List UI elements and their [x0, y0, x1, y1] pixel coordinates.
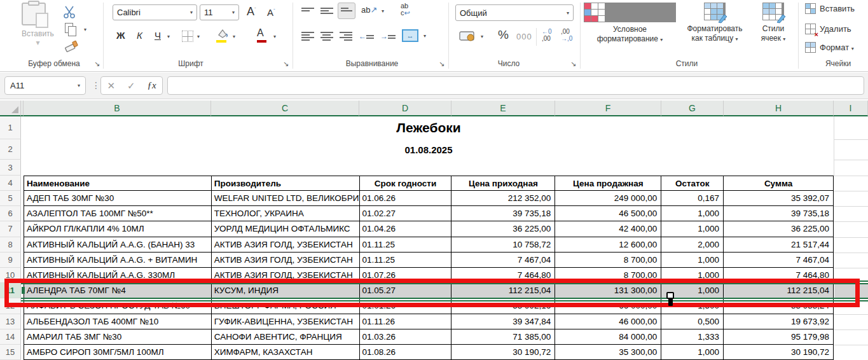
column-header-I[interactable]: I	[834, 100, 868, 116]
alignment-dialog-launcher-icon[interactable]: ↘	[439, 60, 444, 68]
align-left-button[interactable]	[301, 31, 314, 42]
row-header-1[interactable]: 1	[0, 116, 21, 139]
merge-center-button[interactable]: ↔	[402, 29, 418, 42]
table-header-cell[interactable]: Производитель	[212, 176, 360, 191]
bold-button[interactable]: Ж	[116, 30, 125, 41]
cell[interactable]: ГУФИК-АВИЦЕННА, УЗБЕКИСТАН	[212, 314, 360, 329]
row-header-13[interactable]: 13	[0, 314, 21, 329]
accounting-format-button[interactable]	[459, 31, 476, 42]
orientation-chevron-icon[interactable]: ▾	[382, 8, 384, 14]
row-header-6[interactable]: 6	[0, 206, 21, 221]
column-header-G[interactable]: G	[661, 100, 724, 116]
column-header-F[interactable]: F	[555, 100, 661, 116]
cell[interactable]: 95 179,98	[724, 329, 834, 345]
cell[interactable]: 01.06.26	[360, 191, 452, 206]
orientation-button[interactable]: ab↗	[361, 5, 377, 15]
table-row[interactable]: АМАРИЛ ТАБ 3МГ №30САНОФИ АВЕНТИС, ФРАНЦИ…	[24, 329, 834, 345]
increase-indent-button[interactable]: →	[380, 32, 396, 41]
insert-function-button[interactable]: ƒx	[147, 80, 156, 91]
align-right-button[interactable]	[340, 31, 352, 42]
cell[interactable]: САНОФИ АВЕНТИС, ФРАНЦИЯ	[212, 329, 360, 345]
column-header-H[interactable]: H	[724, 100, 834, 116]
cell[interactable]: 01.11.25	[360, 237, 452, 253]
cell[interactable]: 01.04.26	[360, 221, 452, 237]
table-row[interactable]: АКТИВНЫЙ КАЛЬЦИЙ A.A.G. + ВИТАМИНАКТИВ А…	[24, 253, 834, 268]
row-header-14[interactable]: 14	[0, 329, 21, 345]
grow-font-button[interactable]: Aˆ	[247, 5, 256, 18]
cell[interactable]: АКТИВНЫЙ КАЛЬЦИЙ A.A.G. (БАНАН) 33	[24, 237, 212, 253]
cell[interactable]: 249 000,00	[555, 191, 661, 206]
cell[interactable]: 01.11.25	[360, 253, 452, 268]
cell[interactable]: 46 000,00	[555, 314, 661, 329]
number-format-combobox[interactable]: Общий▾	[455, 4, 574, 21]
cell[interactable]: АМАРИЛ ТАБ 3МГ №30	[24, 329, 212, 345]
table-header-cell[interactable]: Цена приходная	[451, 176, 555, 191]
fill-color-button[interactable]	[216, 29, 229, 43]
underline-button[interactable]: Ч	[155, 30, 161, 41]
cell[interactable]: 7 467,04	[451, 253, 555, 268]
row-header-3[interactable]: 3	[0, 160, 21, 176]
cell[interactable]: 1,000	[661, 221, 724, 237]
cell[interactable]: 8 700,00	[555, 253, 661, 268]
cancel-button[interactable]: ✕	[107, 80, 115, 92]
merge-chevron-icon[interactable]: ▾	[424, 33, 426, 39]
conditional-formatting-button[interactable]: Условноеформатирование ▾	[584, 1, 676, 45]
cell[interactable]: 7 467,04	[724, 253, 834, 268]
cell[interactable]: 1,333	[661, 329, 724, 345]
number-dialog-launcher-icon[interactable]: ↘	[570, 60, 576, 68]
align-top-button[interactable]	[301, 6, 314, 15]
font-color-button[interactable]: A	[257, 27, 268, 43]
table-header-cell[interactable]: Цена продажная	[555, 176, 661, 191]
cell[interactable]: 35 392,07	[724, 191, 834, 206]
cut-button[interactable]	[62, 5, 76, 19]
row-header-4[interactable]: 4	[0, 176, 21, 191]
cell[interactable]: АДЕП ТАБ 30МГ №30	[24, 191, 212, 206]
format-cells-button[interactable]: Формат ▾	[805, 42, 854, 53]
cell[interactable]: 01.02.27	[360, 206, 452, 221]
row-header-5[interactable]: 5	[0, 191, 21, 206]
cell[interactable]: ХИМФАРМ, КАЗАХСТАН	[212, 345, 360, 360]
cell[interactable]: АЗАЛЕПТОЛ ТАБ 100МГ №50**	[24, 206, 212, 221]
underline-chevron-icon[interactable]: ▾	[167, 34, 170, 39]
cell[interactable]: 1,000	[661, 206, 724, 221]
cell[interactable]: АКТИВНЫЙ КАЛЬЦИЙ A.A.G. + ВИТАМИН	[24, 253, 212, 268]
name-box[interactable]: A11 ▾	[4, 76, 86, 95]
sheet-title-cell[interactable]: Лежебоки	[24, 116, 834, 139]
insert-cells-button[interactable]: Вставить	[805, 3, 855, 14]
select-all-button[interactable]	[0, 100, 21, 116]
cell[interactable]: 01.11.26	[360, 314, 452, 329]
decrease-decimal-button[interactable]: ,00→,0	[561, 28, 572, 42]
cell[interactable]: 212 352,00	[451, 191, 555, 206]
cell[interactable]: 19 673,92	[724, 314, 834, 329]
align-middle-button[interactable]	[320, 6, 333, 15]
accounting-chevron-icon[interactable]: ▾	[481, 34, 483, 39]
clipboard-dialog-launcher-icon[interactable]: ↘	[94, 60, 100, 68]
copy-button[interactable]	[65, 23, 73, 33]
fill-chevron-icon[interactable]: ▾	[233, 34, 235, 39]
table-header-cell[interactable]: Срок годности	[360, 176, 452, 191]
cell[interactable]: УОРЛД МЕДИЦИН ОФТАЛЬМИКС	[212, 221, 360, 237]
table-row[interactable]: АДЕП ТАБ 30МГ №30WELFAR UNITED LTD, ВЕЛИ…	[24, 191, 834, 206]
increase-decimal-button[interactable]: ←0,00	[542, 28, 552, 42]
table-row[interactable]: АМБРО СИРОП 30МГ/5МЛ 100МЛХИМФАРМ, КАЗАХ…	[24, 345, 834, 360]
cell[interactable]: 12 600,00	[555, 237, 661, 253]
cell[interactable]: АКТИВ АЗИЯ ГОЛД, УЗБЕКИСТАН	[212, 237, 360, 253]
cell[interactable]: АКТИВ АЗИЯ ГОЛД, УЗБЕКИСТАН	[212, 253, 360, 268]
cell[interactable]: 30 190,72	[724, 345, 834, 360]
cell[interactable]: 0,167	[661, 191, 724, 206]
formula-bar-grip-icon[interactable]: ⋮	[92, 80, 100, 90]
cell[interactable]: 39 735,18	[451, 206, 555, 221]
cell[interactable]: 30 190,72	[451, 345, 555, 360]
cell[interactable]: 39 735,18	[724, 206, 834, 221]
borders-button[interactable]	[182, 31, 193, 42]
font-dialog-launcher-icon[interactable]: ↘	[283, 60, 289, 68]
cell[interactable]: 84 000,00	[555, 329, 661, 345]
format-as-table-button[interactable]: Форматироватькак таблицу ▾	[676, 1, 754, 44]
italic-button[interactable]: К	[137, 30, 142, 41]
row-header-8[interactable]: 8	[0, 237, 21, 253]
font-size-combobox[interactable]: 11▾	[200, 4, 239, 20]
table-header-cell[interactable]: Остаток	[661, 176, 724, 191]
cell[interactable]: 2,000	[661, 237, 724, 253]
table-row[interactable]: АЛЬБЕНДАЗОЛ ТАБ 400МГ №10ГУФИК-АВИЦЕННА,…	[24, 314, 834, 329]
decrease-indent-button[interactable]: ←	[359, 32, 374, 41]
